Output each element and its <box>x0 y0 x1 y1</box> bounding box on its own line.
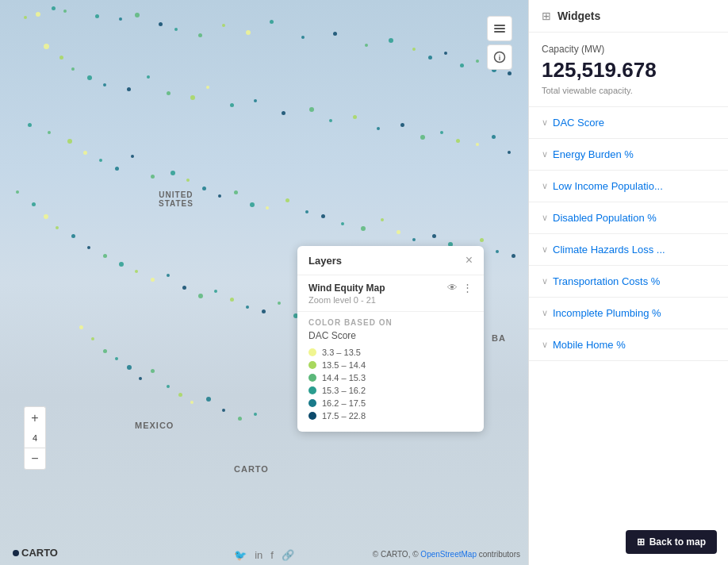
widgets-header: ⊞ Widgets <box>529 0 728 33</box>
legend-item: 15.3 – 16.2 <box>308 386 473 395</box>
legend-item: 13.5 – 14.4 <box>308 360 473 370</box>
layer-more-button[interactable]: ⋮ <box>462 282 473 294</box>
widget-chevron-icon: ∨ <box>542 340 548 350</box>
zoom-level-display: 4 <box>24 429 46 448</box>
linkedin-icon[interactable]: in <box>255 549 262 561</box>
widget-name-label: DAC Score <box>553 117 604 129</box>
layers-panel-title: Layers <box>308 255 342 267</box>
main-container: UNITEDSTATES MEXICO BA CARTO + 4 − i <box>0 0 728 565</box>
widgets-title: Widgets <box>557 10 600 22</box>
zoom-in-button[interactable]: + <box>24 406 46 429</box>
capacity-subtitle: Total viewable capacity. <box>542 86 715 95</box>
svg-rect-0 <box>494 25 505 26</box>
legend-items: 3.3 – 13.5 13.5 – 14.4 14.4 – 15.3 15.3 … <box>308 348 473 421</box>
layer-name: Wind Equity Map <box>308 282 385 294</box>
legend-color-dot <box>308 361 316 369</box>
carto-logo: CARTO <box>13 547 58 559</box>
back-to-map-button[interactable]: ⊞ Back to map <box>626 530 717 554</box>
widget-name-label: Energy Burden % <box>553 148 634 160</box>
widget-chevron-icon: ∨ <box>542 244 548 255</box>
color-field-name: DAC Score <box>308 330 473 341</box>
widget-chevron-icon: ∨ <box>542 213 548 223</box>
legend-range-label: 15.3 – 16.2 <box>322 386 366 395</box>
widget-rows-container: ∨ DAC Score ∨ Energy Burden % ∨ Low Inco… <box>529 107 728 361</box>
widget-name-label: Climate Hazards Loss ... <box>553 244 665 256</box>
svg-text:i: i <box>499 54 501 62</box>
legend-item: 14.4 – 15.3 <box>308 373 473 382</box>
legend-item: 3.3 – 13.5 <box>308 348 473 357</box>
back-to-map-icon: ⊞ <box>637 536 645 548</box>
legend-range-label: 17.5 – 22.8 <box>322 411 366 421</box>
widget-name-label: Transportation Costs % <box>553 275 660 287</box>
svg-rect-1 <box>494 28 505 29</box>
widget-chevron-icon: ∨ <box>542 149 548 160</box>
twitter-icon[interactable]: 🐦 <box>234 549 247 561</box>
widget-chevron-icon: ∨ <box>542 276 548 286</box>
map-layers-button[interactable] <box>487 16 512 41</box>
widget-chevron-icon: ∨ <box>542 308 548 318</box>
link-icon[interactable]: 🔗 <box>282 549 294 561</box>
zoom-controls: + 4 − <box>24 406 46 470</box>
layer-subtitle: Zoom level 0 - 21 <box>308 295 473 305</box>
carto-logo-text: CARTO <box>21 547 58 559</box>
widget-chevron-icon: ∨ <box>542 181 548 191</box>
legend-range-label: 3.3 – 13.5 <box>322 348 361 357</box>
layers-close-button[interactable]: × <box>466 254 473 267</box>
legend-item: 16.2 – 17.5 <box>308 398 473 408</box>
widget-row-dac-score[interactable]: ∨ DAC Score <box>529 107 728 139</box>
legend-range-label: 14.4 – 15.3 <box>322 373 366 382</box>
widget-row-energy-burden[interactable]: ∨ Energy Burden % <box>529 139 728 171</box>
legend-color-dot <box>308 374 316 382</box>
widget-name-label: Disabled Population % <box>553 212 657 224</box>
widget-name-label: Mobile Home % <box>553 339 626 351</box>
legend-color-dot <box>308 348 316 356</box>
capacity-label: Capacity (MW) <box>542 44 715 55</box>
svg-rect-2 <box>494 31 505 33</box>
widget-name-label: Incomplete Plumbing % <box>553 307 661 319</box>
widget-row-mobile-home[interactable]: ∨ Mobile Home % <box>529 329 728 361</box>
legend-color-dot <box>308 399 316 407</box>
social-icons-bar: 🐦 in f 🔗 <box>234 549 294 561</box>
map-area: UNITEDSTATES MEXICO BA CARTO + 4 − i <box>0 0 528 565</box>
map-info-button[interactable]: i <box>487 44 512 70</box>
widget-row-transportation-costs[interactable]: ∨ Transportation Costs % <box>529 266 728 298</box>
layer-actions: 👁 ⋮ <box>447 282 473 294</box>
widgets-icon: ⊞ <box>542 10 551 22</box>
legend-color-dot <box>308 386 316 394</box>
widget-row-disabled-population[interactable]: ∨ Disabled Population % <box>529 202 728 234</box>
capacity-section: Capacity (MW) 125,519.678 Total viewable… <box>529 33 728 107</box>
layers-panel: Layers × Wind Equity Map 👁 ⋮ Zoom level … <box>297 246 484 432</box>
layer-item-header: Wind Equity Map 👁 ⋮ <box>308 282 473 294</box>
widget-row-incomplete-plumbing[interactable]: ∨ Incomplete Plumbing % <box>529 298 728 329</box>
map-attribution: © CARTO, © OpenStreetMap contributors <box>373 550 520 559</box>
layer-visibility-button[interactable]: 👁 <box>447 282 458 294</box>
layers-panel-header: Layers × <box>297 246 484 275</box>
map-toolbar: i <box>487 16 512 70</box>
layer-item-wind: Wind Equity Map 👁 ⋮ Zoom level 0 - 21 <box>297 275 484 312</box>
widget-row-low-income[interactable]: ∨ Low Income Populatio... <box>529 171 728 202</box>
legend-item: 17.5 – 22.8 <box>308 411 473 421</box>
back-to-map-label: Back to map <box>649 536 706 548</box>
color-section: COLOR BASED ON DAC Score 3.3 – 13.5 13.5… <box>297 312 484 432</box>
right-panel: ⊞ Widgets Capacity (MW) 125,519.678 Tota… <box>528 0 728 565</box>
widget-chevron-icon: ∨ <box>542 117 548 128</box>
legend-color-dot <box>308 412 316 420</box>
widget-name-label: Low Income Populatio... <box>553 180 663 192</box>
legend-range-label: 16.2 – 17.5 <box>322 398 366 408</box>
carto-dot-icon <box>13 550 19 556</box>
legend-range-label: 13.5 – 14.4 <box>322 360 366 370</box>
zoom-out-button[interactable]: − <box>24 448 46 470</box>
color-based-on-label: COLOR BASED ON <box>308 318 473 327</box>
widget-row-climate-hazards[interactable]: ∨ Climate Hazards Loss ... <box>529 234 728 266</box>
capacity-value: 125,519.678 <box>542 58 715 83</box>
facebook-icon[interactable]: f <box>270 549 274 561</box>
